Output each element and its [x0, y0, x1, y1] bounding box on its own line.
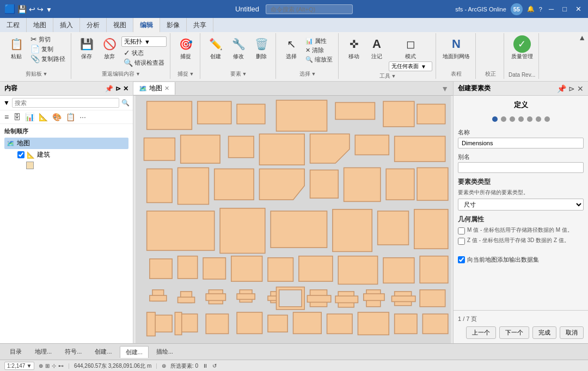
m-value-checkbox[interactable]	[458, 227, 465, 234]
snap-expand-icon[interactable]: ▼	[189, 71, 194, 77]
name-input[interactable]	[458, 138, 584, 149]
table-icon[interactable]: 📋	[65, 112, 76, 122]
building-layer-checkbox[interactable]	[17, 151, 24, 158]
prev-button[interactable]: 上一个	[466, 326, 496, 339]
pagination-text: 1 / 7 页	[458, 315, 584, 323]
bookmark-icon[interactable]: ⊞	[45, 363, 50, 369]
svg-rect-15	[147, 169, 173, 202]
tools-expand-icon[interactable]: ▼	[391, 73, 396, 79]
layer-icon[interactable]: 📐	[38, 112, 49, 122]
create-feature-button[interactable]: ✏️ 创建	[205, 34, 226, 61]
status-button[interactable]: ✓状态	[121, 48, 167, 58]
map-tab-close-icon[interactable]: ✕	[164, 85, 169, 92]
move-button[interactable]: ✜ 移动	[343, 34, 365, 61]
bottom-tab-create2[interactable]: 创建...	[120, 346, 149, 358]
z-value-checkbox[interactable]	[458, 238, 465, 245]
output-dataset-checkbox[interactable]	[458, 256, 465, 263]
more-icon[interactable]: ···	[78, 112, 87, 122]
help-icon[interactable]: ?	[539, 6, 542, 13]
feature-type-select[interactable]: 尺寸	[458, 199, 584, 211]
modify-button[interactable]: 🔧 修改	[228, 34, 249, 61]
ribbon-collapse-icon[interactable]: ▲	[578, 33, 586, 42]
bottom-tab-geo[interactable]: 地理...	[29, 346, 57, 357]
undo-icon[interactable]: ↩	[29, 5, 35, 14]
tab-edit[interactable]: 编辑	[133, 18, 160, 32]
tab-imagery[interactable]: 影像	[160, 18, 187, 32]
copy-path-button[interactable]: 📎复制路径	[28, 54, 68, 64]
paste-button[interactable]: 📋 粘贴	[5, 34, 27, 61]
next-button[interactable]: 下一个	[499, 326, 529, 339]
minimize-button[interactable]: ─	[547, 5, 556, 13]
tab-map[interactable]: 地图	[27, 18, 53, 32]
sidebar-close-icon[interactable]: ✕	[123, 85, 128, 92]
panel-auto-hide-icon[interactable]: ⊳	[568, 84, 575, 93]
alias-input[interactable]	[458, 162, 584, 173]
user-avatar-badge[interactable]: 55	[511, 3, 523, 15]
scale-selector[interactable]: 1:2,147 ▼	[4, 362, 34, 370]
sidebar-search-input[interactable]	[12, 98, 119, 108]
svg-rect-43	[206, 294, 225, 300]
cut-button[interactable]: ✂剪切	[28, 34, 68, 44]
save-button[interactable]: 💾 保存	[76, 34, 97, 61]
building-layer-icon: 📐	[27, 151, 35, 159]
tab-analysis[interactable]: 分析	[80, 18, 107, 32]
list-view-icon[interactable]: ≡	[3, 112, 10, 122]
tab-project[interactable]: 工程	[0, 18, 27, 32]
discard-button[interactable]: 🚫 放弃	[99, 34, 120, 61]
map-tab[interactable]: 🗺️ 地图 ✕	[133, 82, 175, 95]
edit-expand-icon[interactable]: ▼	[136, 71, 140, 77]
m-value-checkbox-row: M 值 - 坐标包括用于存储路径数据的 M 值。	[458, 226, 584, 234]
feature-expand-icon[interactable]: ▼	[242, 71, 247, 77]
bottom-tab-describe[interactable]: 描绘...	[151, 346, 179, 357]
close-button[interactable]: ✕	[573, 5, 584, 13]
svg-rect-3	[237, 104, 265, 124]
feature-type-header: 要素类类型	[458, 177, 584, 187]
maximize-button[interactable]: □	[560, 5, 569, 13]
redo-icon[interactable]: ↪	[37, 5, 44, 14]
sidebar-pin-icon[interactable]: 📌	[105, 85, 113, 92]
cancel-button[interactable]: 取消	[560, 326, 584, 339]
delete-button[interactable]: 🗑️ 删除	[250, 34, 272, 61]
sidebar-auto-hide-icon[interactable]: ⊳	[115, 85, 121, 92]
tab-insert[interactable]: 插入	[53, 18, 80, 32]
clipboard-expand-icon[interactable]: ▼	[43, 71, 48, 77]
zoom-to-button[interactable]: 🔍缩放至	[303, 55, 335, 64]
chart-icon[interactable]: 📊	[24, 112, 35, 122]
pause-icon[interactable]: ⏸	[203, 363, 208, 369]
finish-button[interactable]: 完成	[532, 326, 556, 339]
quality-management-button[interactable]: ✓ 质量管理	[509, 34, 535, 61]
search-icon[interactable]: 🔍	[121, 99, 130, 107]
mode-button[interactable]: ◻ 模式	[389, 34, 432, 61]
ground-to-network-button[interactable]: N 地面到网络	[440, 34, 472, 61]
map-canvas[interactable]	[133, 96, 453, 343]
dropdown-arrow-icon[interactable]: ▼	[46, 6, 52, 14]
clear-selection-button[interactable]: ✕清除	[303, 46, 335, 55]
notification-icon[interactable]: 🔔	[527, 5, 535, 13]
command-search-input[interactable]	[266, 4, 353, 14]
topology-dropdown[interactable]: 无拓扑▼	[121, 36, 167, 47]
building-layer-item[interactable]: 📐 建筑	[15, 149, 128, 160]
select-expand-icon[interactable]: ▼	[311, 71, 316, 77]
panel-close-icon[interactable]: ✕	[577, 84, 584, 93]
navigate-forward-icon[interactable]: ⊷	[58, 363, 64, 369]
surface-dropdown[interactable]: 无任何表面▼	[389, 61, 432, 71]
zoom-to-extent-icon[interactable]: ⊕	[39, 363, 43, 369]
annotation-button[interactable]: A 注记	[366, 34, 388, 61]
tab-share[interactable]: 共享	[187, 18, 213, 32]
bottom-tab-symbol[interactable]: 符号...	[59, 346, 87, 357]
database-icon[interactable]: 🗄	[12, 112, 22, 122]
locate-icon[interactable]: ⊹	[52, 363, 56, 369]
save-quick-icon[interactable]: 💾	[17, 5, 27, 14]
select-button[interactable]: ↖ 选择	[280, 34, 302, 61]
snap-button[interactable]: 🎯 捕捉	[175, 34, 197, 61]
map-layer-item[interactable]: 🗺️ 地图	[4, 138, 128, 149]
attributes-button[interactable]: 📊属性	[303, 36, 335, 46]
style-icon[interactable]: 🎨	[51, 112, 63, 122]
bottom-tab-catalog[interactable]: 目录	[4, 346, 27, 357]
error-inspector-button[interactable]: 🔍错误检查器	[121, 58, 167, 67]
bottom-tab-create1[interactable]: 创建...	[89, 346, 117, 357]
tab-view[interactable]: 视图	[107, 18, 133, 32]
refresh-icon[interactable]: ↺	[212, 363, 217, 369]
copy-button[interactable]: 📄复制	[28, 44, 68, 54]
panel-pin-icon[interactable]: 📌	[557, 84, 566, 93]
